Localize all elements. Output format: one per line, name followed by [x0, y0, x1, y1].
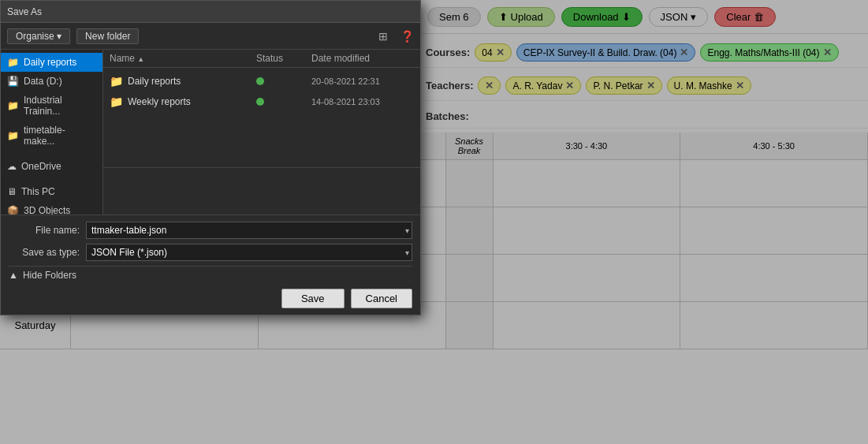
col-name-header[interactable]: Name ▲	[110, 53, 256, 64]
dialog-buttons: Save Cancel	[9, 289, 412, 308]
savetype-row: Save as type: JSON File (*.json) ▾	[9, 244, 412, 261]
organise-label: Organise	[16, 31, 54, 42]
savetype-input-wrapper: JSON File (*.json) ▾	[86, 244, 412, 261]
dialog-overlay: Save As Organise ▾ New folder ⊞ ❓ 📁 Dail…	[0, 0, 868, 444]
savetype-select[interactable]: JSON File (*.json)	[86, 244, 412, 261]
folder-icon-3: 📁	[7, 130, 19, 141]
filename-input-wrapper: ▾	[86, 222, 412, 239]
save-button[interactable]: Save	[281, 289, 345, 308]
sidebar-item-industrial-label: Industrial Trainin...	[24, 95, 96, 117]
folder-icon: 📁	[7, 57, 19, 68]
file-status-2	[256, 98, 311, 106]
file-date-2: 14-08-2021 23:03	[311, 97, 414, 106]
cancel-button[interactable]: Cancel	[351, 289, 412, 308]
dialog-file-area: Name ▲ Status Date modified 📁 Daily repo…	[103, 50, 420, 215]
file-date-1: 20-08-2021 22:31	[311, 76, 414, 86]
sidebar-item-data-d-label: Data (D:)	[24, 76, 62, 87]
hide-folders-label: Hide Folders	[23, 270, 76, 281]
sidebar-item-3dobjects[interactable]: 📦 3D Objects	[1, 201, 102, 215]
sidebar-item-onedrive-label: OneDrive	[21, 161, 61, 172]
organise-chevron-icon: ▾	[57, 31, 61, 42]
sidebar-item-daily-reports[interactable]: 📁 Daily reports	[1, 53, 102, 72]
dialog-titlebar: Save As	[1, 1, 420, 23]
filename-row: File name: ▾	[9, 222, 412, 239]
sidebar-item-data-d[interactable]: 💾 Data (D:)	[1, 72, 102, 91]
sidebar-item-onedrive[interactable]: ☁ OneDrive	[1, 157, 102, 176]
3d-icon: 📦	[7, 205, 19, 215]
sidebar-item-timetable[interactable]: 📁 timetable-make...	[1, 121, 102, 151]
sidebar-item-3dobjects-label: 3D Objects	[24, 205, 70, 215]
file-folder-icon-1: 📁	[110, 75, 123, 88]
col-date-header[interactable]: Date modified	[311, 53, 414, 64]
file-list-header: Name ▲ Status Date modified	[103, 50, 420, 68]
drive-icon: 💾	[7, 76, 19, 87]
organise-button[interactable]: Organise ▾	[7, 28, 70, 44]
dialog-footer: File name: ▾ Save as type: JSON File (*.…	[1, 215, 420, 315]
sidebar-item-daily-reports-label: Daily reports	[24, 57, 76, 68]
folder-icon-2: 📁	[7, 100, 19, 111]
sidebar-item-thispc[interactable]: 🖥 This PC	[1, 182, 102, 201]
list-item[interactable]: 📁 Daily reports 20-08-2021 22:31	[103, 71, 420, 91]
sidebar-section-thispc	[1, 176, 102, 182]
computer-icon: 🖥	[7, 186, 17, 197]
dialog-toolbar: Organise ▾ New folder ⊞ ❓	[1, 23, 420, 50]
dialog-body: 📁 Daily reports 💾 Data (D:) 📁 Industrial…	[1, 50, 420, 215]
file-name-2: Weekly reports	[128, 96, 256, 107]
status-dot-1	[256, 77, 264, 85]
dialog-sidebar: 📁 Daily reports 💾 Data (D:) 📁 Industrial…	[1, 50, 103, 215]
col-status-header[interactable]: Status	[256, 53, 311, 64]
cloud-icon: ☁	[7, 161, 17, 172]
file-list: 📁 Daily reports 20-08-2021 22:31 📁 Weekl…	[103, 68, 420, 167]
list-item[interactable]: 📁 Weekly reports 14-08-2021 23:03	[103, 91, 420, 112]
dialog-title: Save As	[7, 6, 42, 17]
file-folder-icon-2: 📁	[110, 95, 123, 108]
hide-folders-toggle[interactable]: ▲ Hide Folders	[9, 266, 412, 284]
file-save-dialog: Save As Organise ▾ New folder ⊞ ❓ 📁 Dail…	[0, 0, 421, 315]
status-dot-2	[256, 98, 264, 106]
filename-input[interactable]	[86, 222, 412, 239]
new-folder-button[interactable]: New folder	[76, 28, 139, 44]
savetype-label: Save as type:	[9, 247, 80, 258]
file-status-1	[256, 77, 311, 85]
sidebar-item-industrial[interactable]: 📁 Industrial Trainin...	[1, 91, 102, 121]
sidebar-item-timetable-label: timetable-make...	[24, 125, 96, 147]
filename-label: File name:	[9, 225, 80, 236]
sidebar-item-thispc-label: This PC	[21, 186, 55, 197]
help-icon[interactable]: ❓	[400, 30, 414, 43]
file-name-1: Daily reports	[128, 76, 256, 87]
sidebar-section-onedrive	[1, 151, 102, 157]
view-options-icon[interactable]: ⊞	[378, 30, 388, 43]
hide-folders-icon: ▲	[9, 270, 18, 281]
path-area[interactable]	[103, 167, 420, 215]
